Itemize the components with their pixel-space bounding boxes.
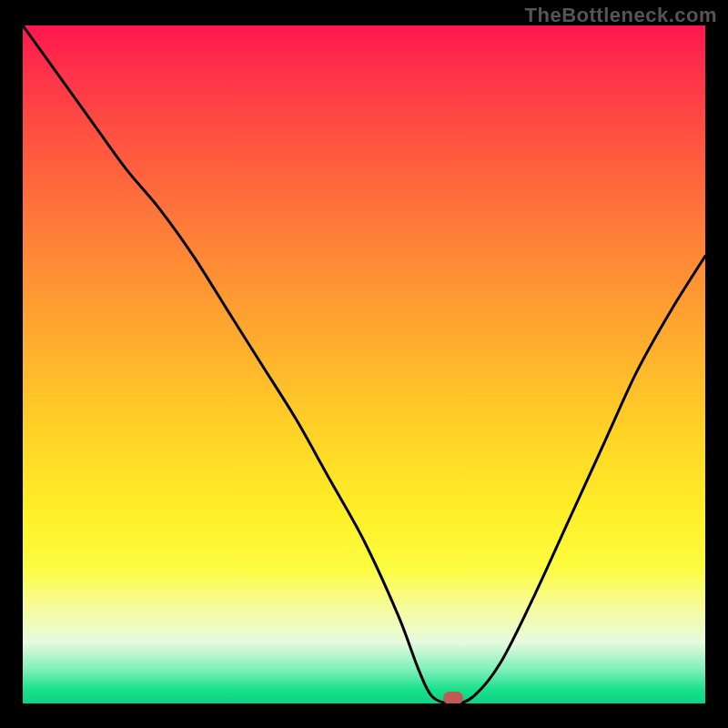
- plot-area: [23, 25, 705, 703]
- minimum-marker: [443, 692, 463, 703]
- chart-frame: TheBottleneck.com: [0, 0, 728, 728]
- bottleneck-curve: [23, 25, 705, 703]
- watermark-text: TheBottleneck.com: [525, 4, 717, 27]
